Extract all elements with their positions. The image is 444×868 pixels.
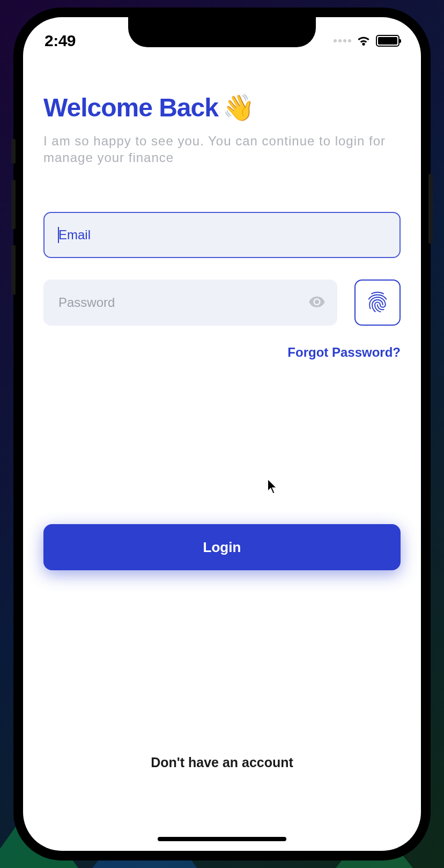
email-field-wrapper: Email	[43, 212, 401, 258]
wifi-icon	[356, 35, 372, 47]
email-field[interactable]	[43, 212, 401, 258]
password-field[interactable]	[43, 279, 337, 326]
battery-icon	[376, 35, 399, 47]
device-notch	[128, 17, 316, 47]
screen: 2:49 Welcome Back 👋 I am so	[23, 17, 421, 851]
wave-emoji-icon: 👋	[223, 92, 254, 123]
text-cursor	[58, 227, 59, 243]
login-button[interactable]: Login	[43, 524, 401, 570]
login-screen-content: Welcome Back 👋 I am so happy to see you.…	[23, 17, 421, 851]
title-text: Welcome Back	[43, 93, 218, 122]
password-field-wrapper	[43, 279, 337, 326]
phone-device-frame: 2:49 Welcome Back 👋 I am so	[13, 8, 431, 860]
toggle-password-visibility-icon[interactable]	[308, 293, 325, 312]
fingerprint-icon	[365, 290, 390, 316]
forgot-password-link[interactable]: Forgot Password?	[43, 345, 401, 360]
page-subtitle: I am so happy to see you. You can contin…	[43, 133, 401, 166]
status-time: 2:49	[45, 32, 76, 50]
signup-prompt[interactable]: Don't have an account	[23, 755, 421, 770]
cellular-signal-icon	[334, 39, 351, 42]
home-indicator[interactable]	[158, 837, 286, 841]
fingerprint-login-button[interactable]	[354, 279, 401, 326]
page-title: Welcome Back 👋	[43, 92, 401, 123]
